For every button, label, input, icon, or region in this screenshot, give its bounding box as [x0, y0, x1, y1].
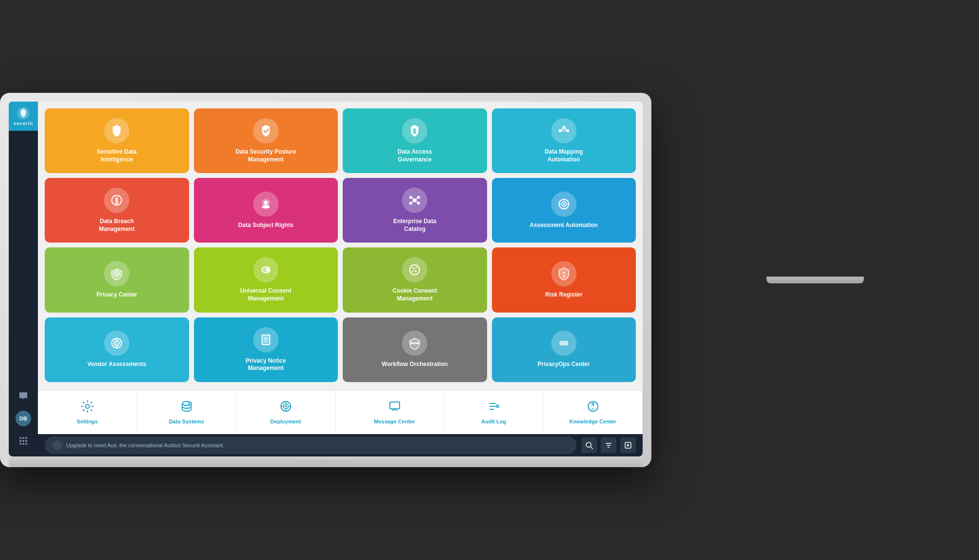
tile-icon-enterprise-catalog: [402, 188, 427, 213]
tile-label-vendor-assessments: Vendor Assessments: [87, 361, 146, 368]
svg-point-45: [411, 342, 413, 345]
laptop-base: [9, 456, 643, 467]
svg-point-26: [563, 203, 565, 205]
tile-label-cookie-consent: Cookie ConsentManagement: [393, 287, 437, 302]
tool-deployment[interactable]: Deployment: [236, 390, 335, 434]
tiles-row-4: Vendor Assessments Privacy NoticeManagem…: [45, 317, 636, 382]
tile-icon-assessment: [551, 192, 577, 217]
tile-label-enterprise-catalog: Enterprise DataCatalog: [393, 218, 437, 233]
tile-risk-register[interactable]: Risk Register: [492, 247, 636, 312]
svg-point-32: [412, 267, 414, 269]
tile-cookie-consent[interactable]: Cookie ConsentManagement: [343, 247, 487, 312]
play-button[interactable]: [620, 438, 636, 453]
tile-workflow-orchestration[interactable]: Workflow Orchestration: [343, 317, 487, 382]
svg-point-10: [25, 443, 27, 445]
tiles-row-2: Data BreachManagement Data Subject Right…: [45, 178, 636, 243]
tile-privacy-notice[interactable]: Privacy NoticeManagement: [194, 317, 338, 382]
svg-point-68: [592, 408, 594, 410]
tile-data-access-governance[interactable]: Data AccessGovernance: [343, 108, 487, 173]
tile-icon-data-security: [253, 118, 279, 143]
svg-point-33: [416, 267, 417, 269]
svg-point-34: [412, 271, 414, 272]
tool-audit-log[interactable]: Audit Log: [444, 390, 543, 434]
svg-point-1: [21, 111, 25, 115]
tile-icon-cookie-consent: [402, 257, 427, 282]
logo-text: securiti: [14, 121, 33, 126]
svg-point-8: [19, 443, 21, 445]
tile-data-breach[interactable]: Data BreachManagement: [45, 178, 189, 243]
audit-log-icon: [488, 400, 500, 416]
tile-privacy-center[interactable]: Privacy Center: [45, 247, 189, 312]
filter-button[interactable]: [601, 438, 616, 453]
sidebar-logo[interactable]: securiti: [9, 102, 38, 131]
grid-icon[interactable]: [16, 433, 31, 449]
search-button[interactable]: [581, 438, 597, 453]
laptop-stand: [767, 277, 864, 283]
svg-point-56: [285, 405, 287, 407]
svg-line-70: [591, 447, 593, 449]
tile-sensitive-data-intelligence[interactable]: Sensitive DataIntelligence: [45, 108, 189, 173]
tile-icon-universal-consent: [253, 257, 279, 282]
laptop-notch: [297, 460, 355, 464]
tile-enterprise-data-catalog[interactable]: Enterprise DataCatalog: [343, 178, 487, 243]
tool-knowledge-center-label: Knowledge Center: [569, 419, 616, 424]
svg-point-46: [417, 342, 419, 345]
svg-point-6: [22, 440, 24, 442]
tile-label-universal-consent: Universal ConsentManagement: [240, 287, 291, 302]
svg-point-37: [563, 272, 565, 274]
sidebar-bottom-icons: DB: [16, 388, 31, 456]
tile-privacyops-center[interactable]: PrivacyOps Center: [492, 317, 636, 382]
tile-icon-vendor-assessments: [104, 331, 129, 356]
tile-label-privacyops: PrivacyOps Center: [538, 361, 590, 368]
deployment-icon: [280, 400, 292, 416]
svg-point-4: [25, 437, 27, 439]
chat-bubble-text: Upgrade to meet Auti, the conversational…: [66, 442, 224, 448]
sidebar: securiti DB: [9, 102, 38, 456]
tile-label-sensitive-data: Sensitive DataIntelligence: [97, 148, 137, 163]
tile-icon-privacy-center: [104, 261, 129, 286]
tool-settings-label: Settings: [77, 419, 98, 424]
tiles-row-1: Sensitive DataIntelligence Data Security…: [45, 108, 636, 173]
tile-label-data-mapping: Data MappingAutomation: [544, 148, 583, 163]
svg-point-49: [561, 342, 563, 344]
svg-point-51: [86, 404, 89, 408]
tool-knowledge-center[interactable]: Knowledge Center: [543, 390, 643, 434]
tile-icon-data-mapping: [551, 118, 577, 143]
svg-point-12: [413, 128, 416, 131]
tools-divider: [335, 390, 336, 434]
tile-label-data-security: Data Security PostureManagement: [235, 148, 296, 163]
tile-label-data-access: Data AccessGovernance: [398, 148, 432, 163]
tile-icon-workflow: [402, 331, 427, 356]
tile-icon-data-access: [402, 118, 427, 143]
tool-message-center[interactable]: Message Center: [345, 390, 444, 434]
tiles-row-3: Privacy Center Universal ConsentManageme…: [45, 247, 636, 312]
tools-grid: Settings Data Systems: [38, 390, 643, 434]
user-avatar[interactable]: DB: [16, 411, 31, 426]
svg-point-30: [266, 268, 270, 272]
tile-label-risk-register: Risk Register: [545, 291, 582, 299]
tile-data-security-posture[interactable]: Data Security PostureManagement: [194, 108, 338, 173]
chat-bubble[interactable]: Upgrade to meet Auti, the conversational…: [45, 437, 577, 454]
tool-data-systems-label: Data Systems: [169, 419, 204, 424]
tile-universal-consent[interactable]: Universal ConsentManagement: [194, 247, 338, 312]
chat-icon[interactable]: [16, 388, 31, 404]
svg-point-3: [22, 437, 24, 439]
data-systems-icon: [180, 400, 193, 416]
tile-label-privacy-notice: Privacy NoticeManagement: [245, 357, 286, 372]
tool-message-center-label: Message Center: [374, 419, 415, 424]
chat-bubble-avatar: [52, 440, 62, 450]
tile-icon-sensitive-data: [104, 118, 129, 143]
svg-point-35: [415, 270, 417, 272]
tile-data-subject-rights[interactable]: Data Subject Rights: [194, 178, 338, 243]
bottom-tools: Settings Data Systems: [38, 390, 643, 434]
tile-label-privacy-center: Privacy Center: [96, 291, 137, 299]
svg-rect-13: [413, 131, 416, 134]
tile-assessment-automation[interactable]: Assessment Automation: [492, 178, 636, 243]
tool-settings[interactable]: Settings: [38, 390, 137, 434]
svg-marker-75: [627, 444, 629, 447]
svg-point-7: [25, 440, 27, 442]
tile-vendor-assessments[interactable]: Vendor Assessments: [45, 317, 189, 382]
tool-data-systems[interactable]: Data Systems: [137, 390, 236, 434]
laptop-screen: securiti DB: [9, 102, 643, 456]
tile-data-mapping[interactable]: Data MappingAutomation: [492, 108, 636, 173]
